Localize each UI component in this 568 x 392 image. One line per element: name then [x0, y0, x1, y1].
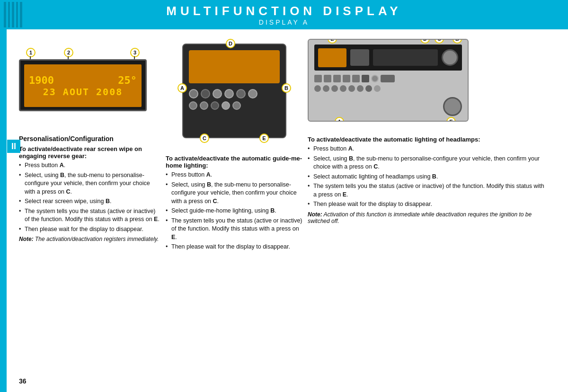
list-item: Press button A. [166, 171, 303, 179]
label-a-large: A [335, 117, 344, 122]
display-date: 23 AOUT 2008 [43, 86, 123, 98]
section-title: Personalisation/Configuration [19, 135, 161, 143]
left-bullet-list: Press button A. Select, using B, the sub… [19, 161, 161, 233]
list-item: Select, using B, the sub-menu to persona… [308, 155, 549, 171]
label-c-large: C [435, 39, 444, 44]
left-panel: 1 2 3 1900 [19, 39, 161, 383]
note-left: Note: The activation/deactivation regist… [19, 236, 161, 242]
display-unit: 1900 25° 23 AOUT 2008 [19, 59, 147, 111]
list-item: Then please wait for the display to disa… [308, 200, 549, 209]
middle-text-section: To activate/deactivate the automatic gui… [166, 155, 303, 251]
right-bullet-list: Press button A. Select, using B, the sub… [308, 145, 549, 209]
label-e-large-top: E [328, 39, 337, 44]
list-item: Select, using B, the sub-menu to persona… [19, 171, 161, 196]
label-b-large: B [453, 39, 462, 44]
list-item: Select guide-me-home lighting, using B. [166, 207, 303, 215]
section-marker: II [7, 140, 20, 153]
label-e-large-bottom: E [446, 117, 456, 122]
right-panel: E D C B A E To activate/deactivate the a… [308, 39, 549, 383]
label-d-middle: D [226, 39, 235, 48]
list-item: Select rear screen wipe, using B. [19, 197, 161, 206]
list-item: The system tells you the status (active … [19, 207, 161, 224]
header-stripes [0, 0, 26, 29]
list-item: Press button A. [308, 145, 549, 153]
list-item: Then please wait for the display to disa… [19, 225, 161, 234]
main-content: 1 2 3 1900 [0, 29, 568, 392]
middle-bullet-list: Press button A. Select, using B, the sub… [166, 171, 303, 251]
radio-unit-large: E D C B A E [308, 39, 469, 122]
side-accent [0, 29, 7, 392]
list-item: Press button A. [19, 161, 161, 170]
right-text-section: To activate/deactivate the automatic lig… [308, 136, 549, 224]
middle-heading: To activate/deactivate the automatic gui… [166, 155, 303, 169]
label-d-large: D [420, 39, 430, 44]
label-e-middle: E [259, 134, 269, 143]
middle-panel: D A B C E To activate/deactivate the aut… [166, 39, 303, 383]
label-c-middle: C [200, 134, 209, 143]
list-item: Then please wait for the display to disa… [166, 243, 303, 251]
note-right: Note: Activation of this function is imm… [308, 211, 549, 224]
list-item: Select automatic lighting of headlamps u… [308, 173, 549, 181]
display-top-row: 1900 25° [24, 74, 142, 86]
list-item: The system tells you the status (active … [166, 217, 303, 242]
label-a-middle: A [178, 83, 187, 93]
label-b-middle: B [282, 83, 291, 93]
right-heading: To activate/deactivate the automatic lig… [308, 136, 549, 143]
display-screen: 1900 25° 23 AOUT 2008 [24, 64, 142, 107]
page-number: 36 [19, 377, 27, 385]
page-header: MULTIFUNCTION DISPLAY DISPLAY A [0, 0, 568, 29]
list-item: The system tells you the status (active … [308, 182, 549, 199]
subsection-heading: To activate/deactivate rear screen wipe … [19, 145, 161, 160]
left-text-section: Personalisation/Configuration To activat… [19, 135, 161, 242]
page-title: MULTIFUNCTION DISPLAY [166, 4, 401, 18]
list-item: Select, using B, the sub-menu to persona… [166, 181, 303, 206]
page-subtitle: DISPLAY A [259, 18, 309, 26]
